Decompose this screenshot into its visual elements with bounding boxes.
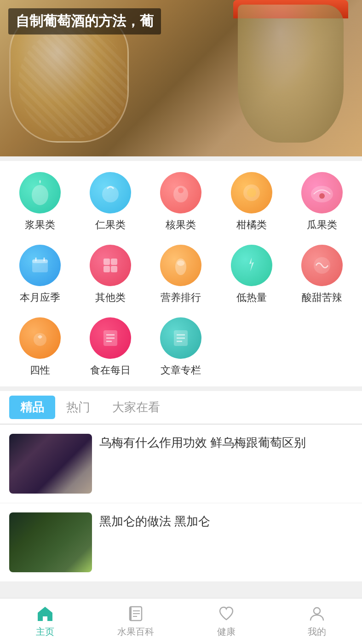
svg-rect-13 [111,259,117,265]
nav-home[interactable]: 主页 [0,604,91,638]
home-icon [36,604,54,623]
category-label-stone: 核果类 [166,218,196,232]
nav-health-label: 健康 [217,626,236,638]
svg-point-33 [314,608,320,614]
svg-point-3 [178,188,184,193]
article-title: 黑加仑的做法 黑加仑 [99,512,353,572]
category-icon-season [19,245,61,286]
tab-popular[interactable]: 热门 [55,391,101,424]
categories-section: 浆果类 仁果类 核果类 柑橘类 瓜果类 本月应季 [0,161,362,386]
svg-rect-15 [111,266,117,272]
category-other[interactable]: 其他类 [75,245,145,305]
nav-home-label: 主页 [36,626,54,638]
category-article[interactable]: 文章专栏 [146,317,216,377]
category-label-season: 本月应季 [20,291,60,305]
category-melon[interactable]: 瓜果类 [287,172,357,232]
article-list: 乌梅有什么作用功效 鲜乌梅跟葡萄区别 黑加仑的做法 黑加仑 [0,425,362,582]
category-label-article: 文章专栏 [161,363,201,377]
article-title: 乌梅有什么作用功效 鲜乌梅跟葡萄区别 [99,434,353,494]
svg-rect-14 [103,266,110,272]
category-label-other: 其他类 [95,291,126,305]
category-nut[interactable]: 仁果类 [75,172,145,232]
person-icon [308,604,326,623]
tab-trending[interactable]: 大家在看 [101,391,171,424]
category-label-citrus: 柑橘类 [236,218,267,232]
category-label-taste: 酸甜苦辣 [302,291,342,305]
hero-title: 自制葡萄酒的方法，葡 [8,8,161,34]
article-thumbnail [9,434,92,494]
category-stone[interactable]: 核果类 [146,172,216,232]
category-icon-citrus [231,172,272,213]
svg-point-0 [32,185,48,205]
nav-encyclopedia[interactable]: 水果百科 [91,604,181,638]
category-icon-nature [19,317,61,359]
category-icon-melon [301,172,343,213]
nav-encyclopedia-label: 水果百科 [117,626,154,638]
category-label-nutrition: 营养排行 [161,291,201,305]
article-item[interactable]: 乌梅有什么作用功效 鲜乌梅跟葡萄区别 [0,425,362,503]
categories-grid: 浆果类 仁果类 核果类 柑橘类 瓜果类 本月应季 [5,172,357,377]
svg-point-5 [247,188,256,197]
category-lowcal[interactable]: 低热量 [216,245,287,305]
category-taste[interactable]: 酸甜苦辣 [287,245,357,305]
category-label-daily: 食在每日 [90,363,131,377]
category-label-nut: 仁果类 [95,218,126,232]
tabs-header: 精品 热门 大家在看 [0,391,362,425]
nav-health[interactable]: 健康 [181,604,272,638]
category-icon-daily [90,317,131,359]
bottom-nav: 主页 水果百科 健康 我的 [0,598,362,644]
nav-profile[interactable]: 我的 [271,604,362,638]
svg-point-19 [34,333,46,346]
category-nature[interactable]: 四性 [5,317,75,377]
hero-banner[interactable]: 自制葡萄酒的方法，葡 [0,0,362,156]
article-item[interactable]: 黑加仑的做法 黑加仑 [0,503,362,582]
category-nutrition[interactable]: 营养排行 [146,245,216,305]
category-icon-nut [90,172,131,213]
category-label-lowcal: 低热量 [236,291,267,305]
category-berry[interactable]: 浆果类 [5,172,75,232]
category-icon-taste [301,245,343,286]
category-icon-lowcal [231,245,272,286]
category-icon-stone [160,172,201,213]
svg-point-7 [319,193,325,199]
svg-rect-29 [130,607,132,621]
category-season[interactable]: 本月应季 [5,245,75,305]
svg-point-17 [177,260,184,266]
heart-icon [217,604,236,623]
category-label-melon: 瓜果类 [307,218,337,232]
svg-rect-12 [103,259,110,265]
category-citrus[interactable]: 柑橘类 [216,172,287,232]
category-icon-other [90,245,131,286]
category-label-berry: 浆果类 [25,218,55,232]
category-daily[interactable]: 食在每日 [75,317,145,377]
book-icon [126,604,145,623]
category-icon-nutrition [160,245,201,286]
svg-point-1 [102,186,119,202]
category-icon-berry [19,172,61,213]
jar-right-decoration [238,5,344,143]
tabs-section: 精品 热门 大家在看 乌梅有什么作用功效 鲜乌梅跟葡萄区别 黑加仑的做法 黑加仑 [0,391,362,582]
category-icon-article [160,317,201,359]
tab-featured[interactable]: 精品 [9,396,55,419]
nav-profile-label: 我的 [308,626,326,638]
article-thumbnail [9,512,92,572]
category-label-nature: 四性 [30,363,50,377]
svg-rect-9 [32,259,48,263]
